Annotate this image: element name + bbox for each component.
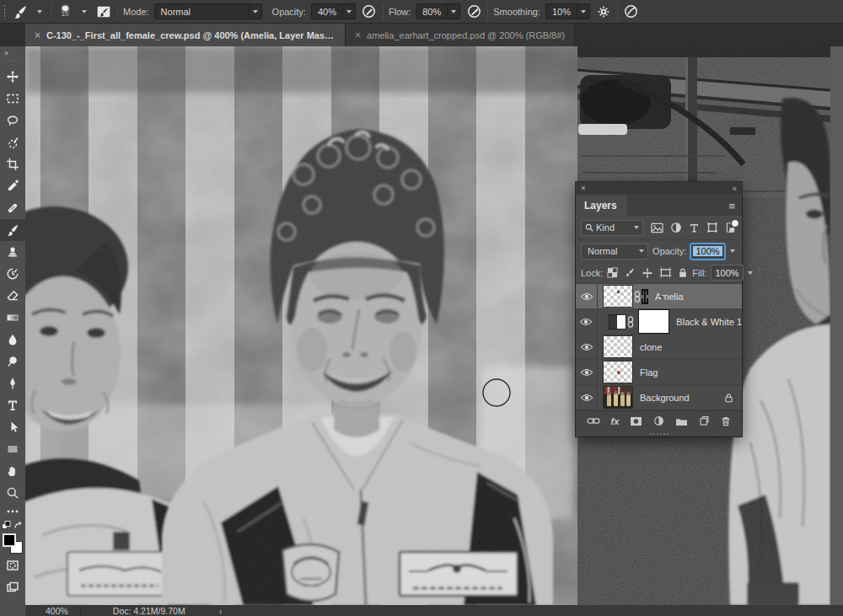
panel-close-icon[interactable]: × [581, 184, 586, 193]
flow-dropdown[interactable]: 80% [416, 3, 460, 19]
rectangle-tool[interactable] [0, 438, 25, 460]
layer-opacity-field[interactable]: 100% [690, 244, 724, 260]
edit-toolbar-ellipsis-icon[interactable] [0, 504, 25, 519]
tab-amelia-cropped[interactable]: × amelia_earhart_cropped.psd @ 200% (RGB… [346, 24, 575, 46]
layer-name[interactable]: clone [640, 342, 662, 352]
tab-close-icon[interactable]: × [35, 30, 40, 40]
toolbar-collapse-icon[interactable]: » [4, 46, 9, 58]
filter-adjustment-layers-icon[interactable] [670, 222, 682, 233]
visibility-eye-icon[interactable] [576, 309, 598, 334]
zoom-tool[interactable] [0, 482, 25, 504]
link-layers-icon[interactable] [587, 417, 600, 425]
blur-tool[interactable] [0, 329, 25, 351]
layer-name[interactable]: Black & White 1 [676, 317, 742, 327]
history-brush-tool[interactable] [0, 263, 25, 285]
lock-artboard-icon[interactable] [659, 267, 672, 278]
lasso-tool[interactable] [0, 110, 25, 131]
move-tool[interactable] [0, 66, 25, 88]
opacity-dropdown[interactable]: 40% [311, 3, 356, 19]
type-tool[interactable] [0, 394, 25, 416]
default-colors-icon[interactable] [2, 521, 11, 530]
gradient-tool[interactable] [0, 307, 25, 329]
toolbar-grip[interactable] [6, 59, 19, 63]
layer-name[interactable]: Background [640, 393, 690, 403]
layer-row-flag[interactable]: Flag [576, 360, 742, 385]
visibility-eye-icon[interactable] [576, 284, 598, 308]
filter-toggle-switch[interactable] [731, 219, 739, 228]
size-pressure-icon[interactable] [623, 3, 640, 20]
delete-layer-trash-icon[interactable] [721, 415, 731, 426]
status-options-chevron-icon[interactable]: › [194, 606, 223, 616]
layer-row-amelia[interactable]: Amelia [576, 284, 742, 309]
filter-shape-layers-icon[interactable] [706, 222, 718, 233]
blend-mode-dropdown[interactable]: Normal [581, 244, 648, 260]
filter-type-layers-icon[interactable] [689, 222, 700, 233]
layer-row-black-white[interactable]: Black & White 1 [576, 309, 742, 335]
toggle-brush-settings-icon[interactable] [95, 3, 112, 20]
layer-row-background[interactable]: Background [576, 385, 742, 410]
layer-thumbnail[interactable] [603, 285, 633, 308]
panel-menu-icon[interactable]: ≡ [728, 200, 742, 216]
tool-preset-chevron-icon[interactable] [34, 0, 46, 23]
layer-thumbnail[interactable] [603, 335, 633, 358]
layer-style-fx-button[interactable]: fx [611, 416, 620, 426]
swap-colors-icon[interactable] [13, 521, 24, 530]
lock-all-icon[interactable] [678, 267, 688, 278]
path-selection-tool[interactable] [0, 416, 25, 438]
blend-mode-value: Normal [582, 246, 636, 256]
zoom-level-field[interactable]: 400% [25, 606, 80, 616]
new-adjustment-layer-icon[interactable] [653, 415, 664, 426]
rectangular-marquee-tool[interactable] [0, 88, 25, 110]
visibility-eye-icon[interactable] [576, 335, 598, 359]
eraser-tool[interactable] [0, 285, 25, 307]
screen-mode-icon[interactable] [0, 576, 25, 598]
color-swatches[interactable] [2, 533, 24, 554]
panel-collapse-icon[interactable]: « [732, 184, 737, 193]
clone-stamp-tool[interactable] [0, 241, 25, 263]
quick-selection-tool[interactable] [0, 131, 25, 153]
visibility-eye-icon[interactable] [576, 360, 598, 384]
add-layer-mask-icon[interactable] [630, 416, 642, 426]
smoothing-dropdown[interactable]: 10% [545, 3, 590, 19]
eyedropper-tool[interactable] [0, 175, 25, 197]
layer-mask-thumbnail[interactable] [638, 309, 669, 334]
filter-pixel-layers-icon[interactable] [651, 222, 663, 233]
layers-panel-tab[interactable]: Layers [576, 196, 627, 216]
tools-panel: » [0, 46, 25, 616]
new-group-folder-icon[interactable] [675, 416, 688, 426]
brush-picker-chevron-icon[interactable] [78, 0, 90, 23]
layer-mask-thumbnail[interactable] [644, 291, 646, 303]
airbrush-icon[interactable] [465, 3, 482, 20]
crop-tool[interactable] [0, 153, 25, 175]
tab-c130-crew[interactable]: × C-130_-_First_all_female_crew.psd @ 40… [25, 24, 346, 46]
hand-tool[interactable] [0, 460, 25, 482]
spot-healing-brush-tool[interactable] [0, 197, 25, 219]
smoothing-options-gear-icon[interactable] [595, 3, 612, 20]
brush-preset-picker[interactable]: 10 [56, 6, 73, 18]
layer-name[interactable]: Flag [640, 367, 658, 378]
lock-image-pixels-icon[interactable] [624, 267, 636, 279]
fill-field[interactable]: 100% [711, 265, 743, 281]
mode-dropdown[interactable]: Normal [154, 3, 262, 19]
panel-resize-handle[interactable] [576, 431, 742, 437]
layer-opacity-chevron-icon[interactable] [729, 240, 737, 262]
dodge-tool[interactable] [0, 351, 25, 372]
pen-tool[interactable] [0, 372, 25, 394]
tab-close-icon[interactable]: × [355, 30, 361, 40]
options-bar-grip[interactable] [3, 4, 7, 19]
quick-mask-mode-icon[interactable] [0, 554, 25, 576]
adjustment-layer-thumbnail[interactable] [609, 314, 627, 329]
layer-row-clone[interactable]: clone [576, 335, 742, 360]
foreground-color-swatch[interactable] [3, 533, 16, 547]
layer-thumbnail[interactable] [603, 361, 633, 383]
background-photo-thumbnail[interactable] [603, 386, 633, 409]
new-layer-icon[interactable] [699, 415, 710, 426]
visibility-eye-icon[interactable] [576, 385, 598, 410]
brush-tool[interactable] [0, 219, 25, 241]
lock-position-icon[interactable] [642, 267, 653, 279]
active-tool-icon[interactable] [12, 3, 29, 20]
lock-transparency-icon[interactable] [607, 267, 618, 278]
filter-kind-dropdown[interactable]: Kind [581, 220, 643, 236]
fill-chevron-icon[interactable] [748, 262, 753, 283]
opacity-pressure-icon[interactable] [361, 3, 378, 20]
